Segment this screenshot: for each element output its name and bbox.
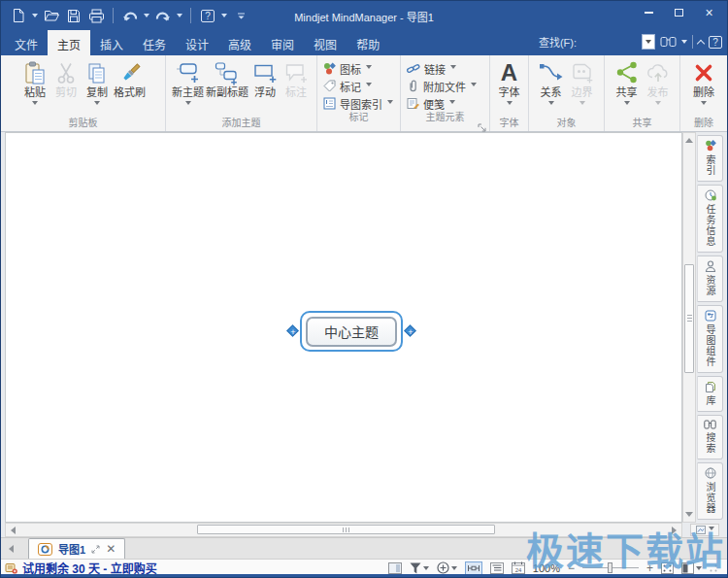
sidebar-tab-map-parts[interactable]: 导图组件 [697, 305, 723, 373]
central-topic-shape[interactable]: 中心主题 [306, 317, 397, 347]
close-tab-icon[interactable]: ✕ [106, 543, 116, 555]
sidebar-tab-library[interactable]: 库 [697, 376, 723, 412]
map-index-button[interactable]: 导图索引 [323, 96, 394, 111]
minimize-button[interactable] [636, 3, 662, 22]
close-button[interactable]: × [696, 3, 722, 22]
binoculars-dropdown-caret[interactable] [681, 40, 687, 47]
font-button[interactable]: A 字体 [494, 59, 525, 108]
link-button[interactable]: 链接 [407, 61, 483, 76]
tag-dropdown-caret[interactable] [366, 83, 372, 89]
zoom-slider-thumb[interactable] [608, 562, 612, 573]
zoom-slider[interactable] [582, 567, 639, 568]
relationship-dropdown-caret[interactable] [548, 101, 554, 108]
help-dropdown-caret[interactable] [221, 14, 227, 20]
scroll-right-button[interactable] [669, 524, 681, 536]
tab-insert[interactable]: 插入 [90, 30, 133, 55]
undo-button[interactable] [121, 6, 139, 25]
delete-button[interactable]: 删除 [688, 59, 719, 108]
tab-file[interactable]: 文件 [5, 30, 48, 55]
share-button[interactable]: 共享 [612, 59, 643, 108]
paste-button[interactable]: 粘贴 [19, 59, 50, 108]
undo-dropdown-caret[interactable] [144, 14, 149, 20]
sidebar-tab-task-info[interactable]: 任务信息 [697, 185, 723, 253]
floating-topic-button[interactable]: 浮动 [249, 59, 281, 99]
tab-scroll-left-button[interactable] [1, 539, 18, 559]
binoculars-icon[interactable] [660, 36, 677, 48]
maximize-button[interactable] [666, 3, 692, 22]
zoom-out-icon[interactable]: − [568, 562, 575, 574]
new-dropdown-caret[interactable] [32, 14, 38, 20]
tab-review[interactable]: 审阅 [261, 30, 304, 55]
tab-help[interactable]: 帮助 [347, 30, 389, 55]
sidebar-tab-search[interactable]: 搜索 [697, 415, 723, 459]
font-dropdown-caret[interactable] [507, 101, 513, 108]
cut-button[interactable]: 剪切 [50, 59, 82, 99]
map-index-dropdown-caret[interactable] [387, 100, 393, 107]
outline-view-button[interactable] [490, 562, 504, 574]
filter-button[interactable] [410, 562, 429, 574]
tab-design[interactable]: 设计 [176, 30, 218, 55]
central-topic[interactable]: 中心主题 [300, 311, 403, 352]
help-button[interactable]: ? [199, 6, 216, 25]
paste-dropdown-caret[interactable] [32, 101, 38, 108]
split-view-button[interactable] [690, 524, 719, 536]
new-topic-dropdown-caret[interactable] [185, 101, 191, 108]
scroll-down-button[interactable] [683, 509, 695, 522]
schedule-view-button[interactable]: 24 [512, 561, 525, 574]
new-subtopic-button[interactable]: 新副标题 [205, 59, 249, 99]
fit-map-button[interactable] [661, 562, 674, 574]
relationship-button[interactable]: 关系 [536, 59, 567, 108]
note-button[interactable]: 便笺 [407, 96, 483, 111]
ribbon-help-icon[interactable]: ? [709, 36, 722, 49]
tag-button[interactable]: 标记 [323, 79, 394, 93]
open-button[interactable] [43, 6, 60, 25]
share-dropdown-caret[interactable] [624, 101, 630, 108]
zoom-add-button[interactable] [437, 561, 457, 574]
scroll-left-button[interactable] [6, 524, 18, 536]
callout-button[interactable]: 标注 [281, 59, 312, 99]
sidebar-tab-index[interactable]: 索引 [697, 135, 723, 182]
publish-button[interactable]: 发布 [643, 59, 674, 108]
horizontal-scroll-thumb[interactable] [197, 525, 495, 534]
icon-marker-dropdown-caret[interactable] [366, 65, 372, 72]
boundary-button[interactable]: 边界 [567, 59, 598, 108]
print-button[interactable] [87, 6, 105, 25]
attachment-dropdown-caret[interactable] [471, 83, 477, 89]
document-tab[interactable]: 导图1 ✕ [28, 538, 125, 559]
format-painter-button[interactable]: 格式刷 [113, 59, 147, 99]
show-hide-button[interactable] [681, 562, 702, 574]
panels-button[interactable] [388, 562, 402, 574]
scroll-up-button[interactable] [683, 133, 695, 146]
redo-dropdown-caret[interactable] [177, 14, 182, 20]
sidebar-tab-browser[interactable]: 浏览器 [697, 462, 723, 520]
new-topic-button[interactable]: 新主题 [171, 59, 205, 108]
copy-button[interactable]: 复制 [82, 59, 113, 108]
new-document-button[interactable] [10, 6, 27, 25]
tab-state-icon[interactable] [91, 545, 100, 554]
zoom-in-icon[interactable]: + [646, 562, 653, 574]
tab-task[interactable]: 任务 [133, 30, 176, 55]
customize-quick-access-button[interactable] [232, 6, 249, 25]
map-canvas[interactable]: 中心主题 [5, 132, 682, 523]
tab-view[interactable]: 视图 [304, 30, 347, 55]
icon-marker-button[interactable]: 图标 [323, 61, 394, 76]
boundary-dropdown-caret[interactable] [579, 101, 585, 108]
publish-dropdown-caret[interactable] [655, 101, 661, 108]
vertical-scroll-thumb[interactable] [684, 264, 694, 373]
copy-dropdown-caret[interactable] [94, 101, 100, 108]
link-dropdown-caret[interactable] [450, 65, 456, 72]
horizontal-scrollbar[interactable] [5, 523, 682, 537]
tab-advanced[interactable]: 高级 [218, 30, 261, 55]
topic-handle-left[interactable] [286, 324, 299, 337]
save-button[interactable] [65, 6, 83, 25]
sidebar-tab-resources[interactable]: 资源 [697, 255, 723, 302]
dialog-launcher-icon[interactable] [478, 119, 487, 129]
tab-home[interactable]: 主页 [48, 30, 90, 55]
collapse-ribbon-icon[interactable] [697, 39, 705, 47]
redo-button[interactable] [154, 6, 172, 25]
topic-handle-right[interactable] [404, 324, 416, 337]
note-dropdown-caret[interactable] [449, 100, 455, 107]
find-dropdown[interactable] [642, 34, 655, 50]
delete-dropdown-caret[interactable] [701, 101, 707, 108]
attachment-button[interactable]: 附加文件 [407, 79, 483, 93]
